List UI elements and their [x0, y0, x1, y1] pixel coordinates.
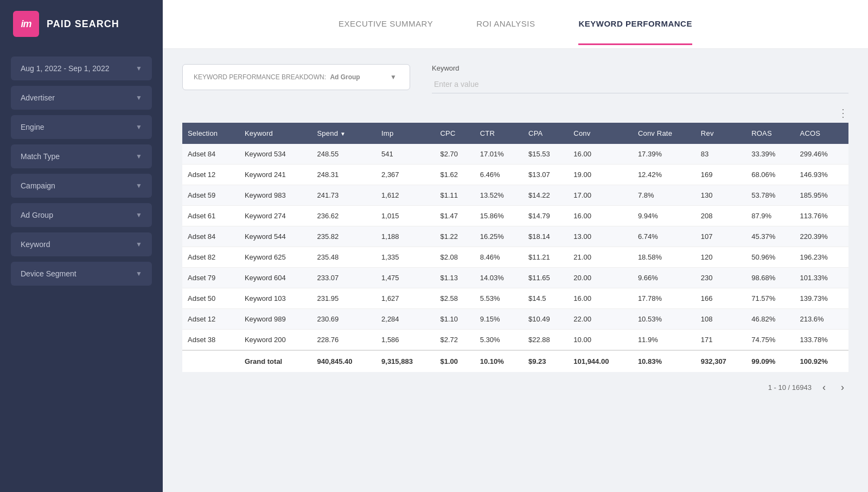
footer-cell-7: 101,944.00	[568, 350, 633, 372]
filter-bar: KEYWORD PERFORMANCE BREAKDOWN: Ad Group …	[182, 64, 848, 93]
cell-roas: 71.57%	[746, 288, 794, 309]
cell-cpc: $1.22	[435, 226, 475, 247]
cell-spend: 248.31	[312, 165, 376, 185]
logo: im	[13, 11, 39, 37]
sidebar: im PAID SEARCH Aug 1, 2022 - Sep 1, 2022…	[0, 0, 163, 492]
cell-acos: 139.73%	[795, 288, 848, 309]
footer-cell-2: 940,845.40	[312, 350, 376, 372]
cell-roas: 74.75%	[746, 330, 794, 351]
pagination-info: 1 - 10 / 16943	[768, 383, 812, 392]
breakdown-select[interactable]: KEYWORD PERFORMANCE BREAKDOWN: Ad Group …	[182, 64, 410, 90]
cell-keyword: Keyword 534	[239, 144, 312, 165]
sidebar-item-match-type[interactable]: Match Type▼	[11, 144, 152, 168]
cell-cpa: $14.22	[523, 185, 568, 206]
breakdown-value: Ad Group	[330, 73, 360, 81]
cell-selection: Adset 82	[182, 247, 239, 268]
prev-page-button[interactable]: ‹	[818, 380, 830, 395]
sidebar-filter-label: Advertiser	[21, 93, 55, 102]
cell-rev: 120	[695, 247, 746, 268]
col-header-selection[interactable]: Selection	[182, 123, 239, 144]
cell-rev: 107	[695, 226, 746, 247]
cell-selection: Adset 79	[182, 268, 239, 288]
cell-conv: 10.00	[568, 330, 633, 351]
col-header-ctr[interactable]: CTR	[475, 123, 523, 144]
cell-conv: 19.00	[568, 165, 633, 185]
cell-cpc: $1.13	[435, 268, 475, 288]
sidebar-item-ad-group[interactable]: Ad Group▼	[11, 203, 152, 227]
chevron-down-icon: ▼	[136, 65, 142, 72]
cell-keyword: Keyword 241	[239, 165, 312, 185]
cell-acos: 196.23%	[795, 247, 848, 268]
sidebar-item-keyword[interactable]: Keyword▼	[11, 232, 152, 256]
tab-keyword-performance[interactable]: KEYWORD PERFORMANCE	[578, 4, 692, 45]
cell-imp: 1,015	[376, 206, 435, 226]
main-content: EXECUTIVE SUMMARYROI ANALYSISKEYWORD PER…	[163, 0, 868, 492]
keyword-search-input[interactable]	[432, 75, 848, 93]
cell-spend: 230.69	[312, 309, 376, 330]
sidebar-item-advertiser[interactable]: Advertiser▼	[11, 86, 152, 110]
more-options-icon[interactable]: ⋮	[838, 106, 848, 119]
cell-roas: 68.06%	[746, 165, 794, 185]
content-area: KEYWORD PERFORMANCE BREAKDOWN: Ad Group …	[163, 49, 868, 492]
cell-spend: 231.95	[312, 288, 376, 309]
cell-acos: 299.46%	[795, 144, 848, 165]
cell-keyword: Keyword 625	[239, 247, 312, 268]
cell-keyword: Keyword 989	[239, 309, 312, 330]
footer-cell-3: 9,315,883	[376, 350, 435, 372]
footer-cell-10: 99.09%	[746, 350, 794, 372]
cell-keyword: Keyword 604	[239, 268, 312, 288]
sidebar-filter-label: Keyword	[21, 240, 50, 249]
cell-conv: 22.00	[568, 309, 633, 330]
cell-conv-rate: 18.58%	[633, 247, 695, 268]
col-header-keyword[interactable]: Keyword	[239, 123, 312, 144]
cell-ctr: 14.03%	[475, 268, 523, 288]
col-header-imp[interactable]: Imp	[376, 123, 435, 144]
cell-selection: Adset 12	[182, 309, 239, 330]
cell-rev: 108	[695, 309, 746, 330]
cell-selection: Adset 12	[182, 165, 239, 185]
sidebar-item-engine[interactable]: Engine▼	[11, 115, 152, 139]
col-header-cpa[interactable]: CPA	[523, 123, 568, 144]
cell-conv-rate: 17.39%	[633, 144, 695, 165]
keyword-performance-table: SelectionKeywordSpend ▼ImpCPCCTRCPAConvC…	[182, 123, 848, 372]
tab-roi-analysis[interactable]: ROI ANALYSIS	[476, 4, 535, 45]
cell-conv-rate: 9.66%	[633, 268, 695, 288]
footer-cell-5: 10.10%	[475, 350, 523, 372]
cell-cpa: $18.14	[523, 226, 568, 247]
cell-cpa: $11.65	[523, 268, 568, 288]
cell-spend: 235.48	[312, 247, 376, 268]
tab-executive-summary[interactable]: EXECUTIVE SUMMARY	[339, 4, 433, 45]
col-header-spend[interactable]: Spend ▼	[312, 123, 376, 144]
footer-cell-6: $9.23	[523, 350, 568, 372]
col-header-conv[interactable]: Conv	[568, 123, 633, 144]
cell-imp: 1,612	[376, 185, 435, 206]
cell-conv: 17.00	[568, 185, 633, 206]
cell-conv-rate: 11.9%	[633, 330, 695, 351]
cell-cpc: $1.47	[435, 206, 475, 226]
col-header-cpc[interactable]: CPC	[435, 123, 475, 144]
cell-spend: 241.73	[312, 185, 376, 206]
cell-cpa: $22.88	[523, 330, 568, 351]
cell-imp: 1,335	[376, 247, 435, 268]
sidebar-item-campaign[interactable]: Campaign▼	[11, 174, 152, 198]
table-row: Adset 38Keyword 200228.761,586$2.725.30%…	[182, 330, 848, 351]
col-header-roas[interactable]: ROAS	[746, 123, 794, 144]
cell-ctr: 6.46%	[475, 165, 523, 185]
chevron-down-icon: ▼	[390, 73, 397, 81]
col-header-conv-rate[interactable]: Conv Rate	[633, 123, 695, 144]
cell-conv: 16.00	[568, 206, 633, 226]
sidebar-item-device-segment[interactable]: Device Segment▼	[11, 262, 152, 286]
sidebar-filter-label: Match Type	[21, 152, 60, 161]
table-row: Adset 84Keyword 544235.821,188$1.2216.25…	[182, 226, 848, 247]
sidebar-item-date-range[interactable]: Aug 1, 2022 - Sep 1, 2022▼	[11, 56, 152, 80]
cell-acos: 146.93%	[795, 165, 848, 185]
cell-selection: Adset 50	[182, 288, 239, 309]
cell-spend: 228.76	[312, 330, 376, 351]
col-header-acos[interactable]: ACOS	[795, 123, 848, 144]
footer-cell-9: 932,307	[695, 350, 746, 372]
col-header-rev[interactable]: Rev	[695, 123, 746, 144]
cell-conv-rate: 17.78%	[633, 288, 695, 309]
cell-cpc: $2.58	[435, 288, 475, 309]
cell-keyword: Keyword 983	[239, 185, 312, 206]
next-page-button[interactable]: ›	[837, 380, 848, 395]
